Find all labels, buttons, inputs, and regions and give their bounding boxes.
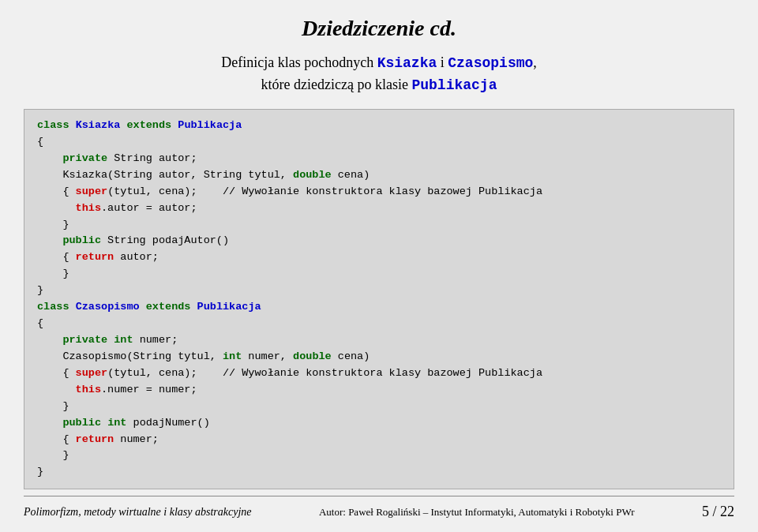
code-line-20: { super(tytul, cena); // Wywołanie konst… (37, 365, 721, 382)
subtitle-line2: które dziedziczą po klasie (261, 77, 412, 92)
slide-title: Dziedziczenie cd. (24, 16, 734, 41)
code-line-25: { return numer; (37, 432, 721, 448)
slide-subtitle: Definicja klas pochodnych Ksiazka i Czas… (24, 52, 734, 96)
footer-left: Polimorfizm, metody wirtualne i klasy ab… (24, 506, 252, 519)
code-line-7: this.autor = autor; (37, 200, 721, 217)
subtitle-mid1: i (437, 54, 448, 70)
slide-footer: Polimorfizm, metody wirtualne i klasy ab… (24, 496, 734, 524)
slide-page: Dziedziczenie cd. Definicja klas pochodn… (0, 0, 758, 532)
code-line-2: { (37, 134, 721, 151)
code-line-22: } (37, 399, 721, 415)
subtitle-text1: Definicja klas pochodnych (221, 54, 377, 70)
subtitle-class3: Publikacja (411, 77, 497, 93)
code-line-8: } (37, 217, 721, 234)
code-line-6: { super(tytul, cena); // Wywołanie konst… (37, 184, 721, 200)
code-line-27: } (37, 464, 721, 481)
code-line-13: } (37, 283, 721, 299)
code-line-19: Czasopismo(String tytul, int numer, doub… (37, 349, 721, 365)
code-line-1: class Ksiazka extends Publikacja (37, 118, 721, 134)
code-line-26: } (37, 448, 721, 464)
code-line-21: this.numer = numer; (37, 382, 721, 399)
code-line-3: private String autor; (37, 151, 721, 167)
code-line-15: class Czasopismo extends Publikacja (37, 299, 721, 316)
code-block: class Ksiazka extends Publikacja { priva… (24, 109, 734, 489)
code-line-24: public int podajNumer() (37, 415, 721, 432)
code-line-17: private int numer; (37, 332, 721, 349)
footer-page-number: 5 / 22 (702, 504, 734, 520)
subtitle-class2: Czasopismo (448, 55, 533, 71)
code-line-5: Ksiazka(String autor, String tytul, doub… (37, 167, 721, 184)
code-line-16: { (37, 316, 721, 332)
code-line-12: } (37, 266, 721, 283)
footer-center: Autor: Paweł Rogaliński – Instytut Infor… (319, 506, 635, 519)
code-line-10: public String podajAutor() (37, 233, 721, 249)
subtitle-class1: Ksiazka (377, 55, 437, 71)
code-line-11: { return autor; (37, 249, 721, 266)
